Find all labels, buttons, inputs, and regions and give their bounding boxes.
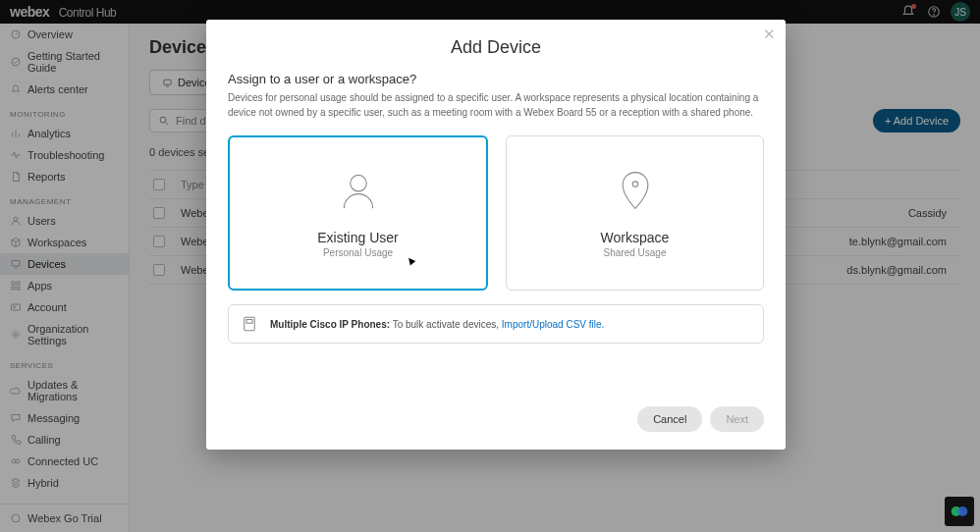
bulk-activate-row: Multiple Cisco IP Phones: To bulk activa… [228, 304, 764, 344]
close-icon[interactable]: ✕ [763, 26, 776, 43]
bulk-link[interactable]: Import/Upload CSV file. [502, 319, 605, 330]
add-device-modal: ✕ Add Device Assign to a user or a works… [206, 20, 786, 450]
card-sub: Shared Usage [604, 247, 667, 258]
svg-rect-21 [246, 320, 252, 324]
svg-point-19 [632, 181, 638, 186]
modal-description: Devices for personal usage should be ass… [228, 90, 764, 120]
modal-question: Assign to a user or a workspace? [228, 72, 764, 86]
card-sub: Personal Usage [323, 247, 393, 258]
user-icon [337, 169, 380, 212]
cancel-button[interactable]: Cancel [637, 406, 702, 432]
bulk-text: To bulk activate devices, [390, 319, 502, 330]
card-existing-user[interactable]: Existing User Personal Usage [228, 135, 488, 291]
location-pin-icon [614, 169, 657, 212]
webex-logo-icon [945, 497, 974, 526]
modal-title: Add Device [206, 20, 786, 72]
card-workspace[interactable]: Workspace Shared Usage [506, 135, 764, 291]
svg-point-18 [350, 175, 366, 191]
svg-point-23 [957, 506, 967, 516]
bulk-strong: Multiple Cisco IP Phones: [270, 319, 390, 330]
phone-icon [241, 315, 258, 333]
next-button: Next [710, 406, 764, 432]
card-title: Workspace [601, 230, 670, 245]
card-title: Existing User [317, 230, 398, 245]
